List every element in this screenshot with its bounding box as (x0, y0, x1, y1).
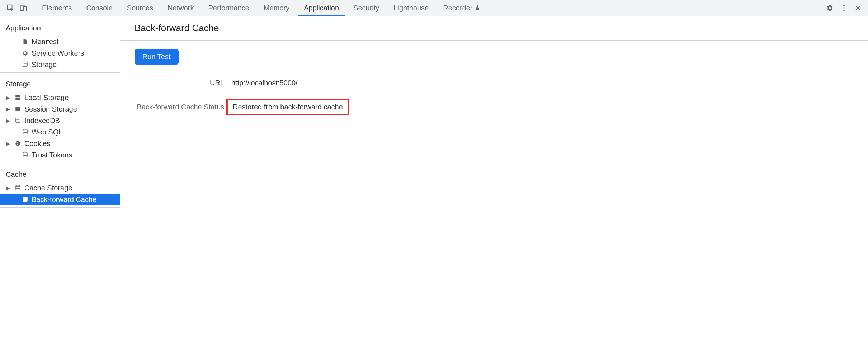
svg-rect-11 (15, 107, 18, 109)
tab-label: Lighthouse (393, 4, 429, 12)
tab-elements[interactable]: Elements (35, 0, 79, 16)
sidebar-item-trust-tokens[interactable]: ▶ Trust Tokens (0, 149, 120, 161)
svg-point-4 (843, 7, 845, 9)
close-icon[interactable] (854, 4, 862, 11)
divider (822, 4, 822, 12)
tab-label: Console (86, 4, 112, 12)
divider (0, 163, 120, 163)
database-icon (22, 128, 29, 136)
status-value-highlight: Restored from back-forward cache (226, 99, 349, 115)
database-icon (22, 196, 29, 203)
page-title: Back-forward Cache (120, 16, 868, 41)
settings-icon[interactable] (826, 4, 834, 12)
sidebar-item-label: Cache Storage (24, 184, 72, 192)
sidebar-item-manifest[interactable]: ▶ Manifest (0, 36, 120, 47)
sidebar-item-label: Back-forward Cache (32, 195, 96, 204)
sidebar-item-label: Web SQL (32, 128, 62, 136)
sidebar-item-label: Service Workers (32, 49, 84, 57)
tab-performance[interactable]: Performance (201, 0, 257, 16)
sidebar-item-label: Storage (32, 61, 57, 69)
tab-label: Application (304, 4, 339, 12)
tab-security[interactable]: Security (346, 0, 386, 16)
sidebar-item-service-workers[interactable]: ▶ Service Workers (0, 47, 120, 59)
run-test-button[interactable]: Run Test (135, 49, 179, 65)
tab-label: Network (168, 4, 194, 12)
tab-memory[interactable]: Memory (256, 0, 297, 16)
section-application-title: Application (0, 19, 120, 36)
svg-rect-14 (18, 109, 20, 111)
panel-tabs: Elements Console Sources Network Perform… (35, 0, 818, 16)
gear-icon (22, 49, 29, 57)
divider (31, 4, 31, 12)
url-label: URL (135, 79, 224, 87)
svg-point-22 (16, 185, 20, 187)
table-icon (14, 94, 22, 101)
database-icon (22, 151, 29, 159)
svg-rect-9 (15, 98, 18, 100)
tab-application[interactable]: Application (297, 0, 346, 16)
divider (0, 72, 120, 73)
svg-point-18 (17, 142, 18, 143)
device-toolbar-icon[interactable] (19, 4, 27, 12)
more-icon[interactable] (840, 4, 848, 12)
inspect-element-icon[interactable] (6, 4, 14, 12)
svg-point-21 (23, 152, 27, 154)
tab-network[interactable]: Network (160, 0, 201, 16)
tab-label: Sources (127, 4, 153, 12)
tab-lighthouse[interactable]: Lighthouse (386, 0, 436, 16)
sidebar-item-label: Manifest (32, 38, 59, 46)
tab-label: Memory (264, 4, 289, 12)
svg-point-19 (18, 143, 19, 143)
svg-rect-10 (18, 98, 20, 100)
file-icon (22, 38, 29, 45)
tab-label: Security (353, 4, 379, 12)
svg-rect-12 (18, 107, 20, 109)
database-icon (14, 117, 22, 124)
expand-arrow-icon[interactable]: ▶ (6, 107, 11, 112)
sidebar-item-cache-storage[interactable]: ▶ Cache Storage (0, 182, 120, 194)
flask-icon (475, 4, 480, 12)
table-icon (14, 105, 22, 113)
devtools-topbar: Elements Console Sources Network Perform… (0, 0, 868, 16)
svg-point-20 (17, 144, 18, 145)
svg-rect-7 (15, 95, 18, 97)
section-cache-title: Cache (0, 165, 120, 182)
section-storage-title: Storage (0, 75, 120, 92)
svg-point-5 (843, 10, 845, 11)
tab-console[interactable]: Console (79, 0, 119, 16)
svg-rect-8 (18, 95, 20, 97)
status-value: Restored from back-forward cache (233, 103, 343, 111)
tab-label: Elements (42, 4, 72, 12)
url-value: http://localhost:5000/ (231, 79, 854, 87)
expand-arrow-icon[interactable]: ▶ (6, 118, 11, 123)
sidebar-item-local-storage[interactable]: ▶ Local Storage (0, 92, 120, 103)
svg-point-16 (23, 129, 27, 131)
sidebar-item-bfcache[interactable]: ▶ Back-forward Cache (0, 194, 120, 205)
sidebar-item-storage[interactable]: ▶ Storage (0, 59, 120, 70)
svg-point-6 (23, 62, 27, 64)
content-pane: Back-forward Cache Run Test URL http://l… (120, 16, 868, 340)
sidebar-item-label: Cookies (24, 140, 50, 148)
svg-point-15 (16, 118, 20, 120)
sidebar-item-label: IndexedDB (24, 117, 60, 125)
sidebar-item-label: Local Storage (24, 94, 69, 102)
tab-sources[interactable]: Sources (120, 0, 160, 16)
database-icon (14, 184, 22, 192)
tab-label: Recorder (443, 4, 472, 12)
expand-arrow-icon[interactable]: ▶ (6, 185, 11, 191)
sidebar-item-label: Trust Tokens (32, 151, 72, 159)
tab-label: Performance (208, 4, 250, 12)
divider (0, 207, 120, 208)
svg-rect-13 (15, 109, 18, 111)
sidebar-item-websql[interactable]: ▶ Web SQL (0, 126, 120, 138)
expand-arrow-icon[interactable]: ▶ (6, 95, 11, 100)
tab-recorder[interactable]: Recorder (436, 0, 487, 16)
application-sidebar: Application ▶ Manifest ▶ Service Workers… (0, 16, 120, 340)
svg-rect-2 (23, 6, 26, 11)
sidebar-item-indexeddb[interactable]: ▶ IndexedDB (0, 115, 120, 126)
expand-arrow-icon[interactable]: ▶ (6, 141, 11, 146)
sidebar-item-label: Session Storage (24, 105, 77, 113)
sidebar-item-session-storage[interactable]: ▶ Session Storage (0, 103, 120, 115)
svg-point-3 (843, 5, 845, 6)
sidebar-item-cookies[interactable]: ▶ Cookies (0, 138, 120, 149)
